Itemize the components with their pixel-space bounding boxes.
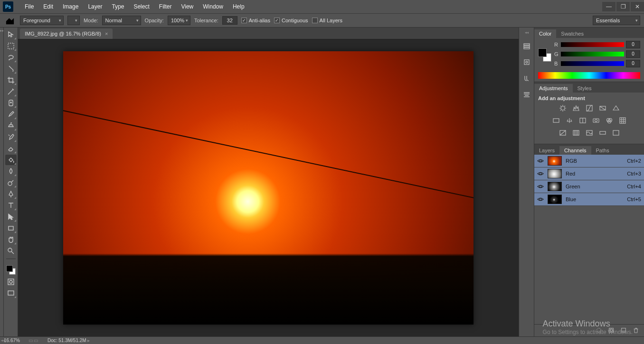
visibility-icon[interactable] <box>537 196 544 203</box>
close-button[interactable]: ✕ <box>631 2 644 11</box>
r-value[interactable]: 0 <box>626 41 640 48</box>
dodge-tool[interactable] <box>5 177 17 188</box>
path-selection-tool[interactable] <box>5 212 17 222</box>
channel-mixer-icon[interactable] <box>605 116 614 125</box>
paint-bucket-tool[interactable] <box>5 155 17 165</box>
menu-filter[interactable]: Filter <box>154 1 177 12</box>
r-slider[interactable] <box>561 42 624 47</box>
minimize-button[interactable]: — <box>602 2 616 11</box>
crop-tool[interactable] <box>5 75 17 85</box>
load-selection-icon[interactable] <box>596 327 602 335</box>
workspace-dropdown[interactable]: Essentials <box>593 16 640 25</box>
screen-mode-toggle[interactable] <box>5 288 17 298</box>
hue-sat-icon[interactable] <box>552 116 560 125</box>
menu-type[interactable]: Type <box>107 1 129 12</box>
tab-layers[interactable]: Layers <box>534 146 559 155</box>
quick-selection-tool[interactable] <box>5 64 17 74</box>
all-layers-checkbox[interactable]: All Layers <box>312 18 342 23</box>
b-slider[interactable] <box>561 61 624 66</box>
pen-tool[interactable] <box>5 189 17 199</box>
hand-tool[interactable] <box>5 234 17 245</box>
rectangle-tool[interactable] <box>5 223 17 233</box>
g-value[interactable]: 0 <box>626 50 640 58</box>
color-swatch[interactable] <box>538 48 551 62</box>
clone-stamp-tool[interactable] <box>5 121 17 131</box>
posterize-icon[interactable] <box>572 129 580 137</box>
eraser-tool[interactable] <box>5 143 17 154</box>
tab-color[interactable]: Color <box>534 29 556 38</box>
brush-tool[interactable] <box>5 109 17 120</box>
vibrance-icon[interactable] <box>612 104 620 112</box>
history-brush-tool[interactable] <box>5 132 17 142</box>
lasso-tool[interactable] <box>5 52 17 63</box>
maximize-button[interactable]: ❐ <box>616 2 630 11</box>
tab-adjustments[interactable]: Adjustments <box>534 84 573 93</box>
menu-window[interactable]: Window <box>198 1 228 12</box>
channel-row-rgb[interactable]: RGB Ctrl+2 <box>534 155 644 167</box>
marquee-tool[interactable] <box>5 41 17 51</box>
active-tool-icon[interactable] <box>4 15 16 26</box>
foreground-background-colors[interactable] <box>5 264 17 276</box>
visibility-icon[interactable] <box>537 170 544 177</box>
blur-tool[interactable] <box>5 166 17 177</box>
tolerance-input[interactable] <box>222 16 237 25</box>
tab-channels[interactable]: Channels <box>559 146 591 155</box>
menu-layer[interactable]: Layer <box>83 1 107 12</box>
menu-view[interactable]: View <box>176 1 198 12</box>
invert-icon[interactable] <box>559 129 567 137</box>
photo-filter-icon[interactable] <box>592 116 600 125</box>
gradient-map-icon[interactable] <box>598 129 607 137</box>
color-balance-icon[interactable] <box>565 116 574 125</box>
type-tool[interactable] <box>5 200 17 211</box>
channel-row-blue[interactable]: Blue Ctrl+5 <box>534 193 644 206</box>
threshold-icon[interactable] <box>585 129 594 137</box>
color-spectrum[interactable] <box>538 72 640 79</box>
menu-image[interactable]: Image <box>58 1 83 12</box>
g-slider[interactable] <box>561 52 624 56</box>
tool-gutter[interactable]: ▸▸ <box>0 28 4 336</box>
menu-file[interactable]: File <box>20 1 38 12</box>
quick-mask-toggle[interactable] <box>5 277 17 287</box>
delete-channel-icon[interactable] <box>633 327 639 335</box>
black-white-icon[interactable] <box>578 116 587 125</box>
dock-expand-arrows[interactable]: ◂◂ <box>525 30 529 35</box>
close-tab-icon[interactable]: × <box>105 31 108 37</box>
visibility-icon[interactable] <box>537 158 544 164</box>
zoom-level[interactable]: 16.67% <box>4 338 20 343</box>
properties-panel-icon[interactable] <box>521 57 532 67</box>
tab-styles[interactable]: Styles <box>573 84 597 93</box>
channel-row-green[interactable]: Green Ctrl+4 <box>534 180 644 193</box>
zoom-tool[interactable] <box>5 246 17 256</box>
fill-source-dropdown[interactable]: Foreground <box>20 16 64 25</box>
levels-icon[interactable] <box>572 104 580 112</box>
contiguous-checkbox[interactable]: ✓Contiguous <box>274 18 308 23</box>
canvas-viewport[interactable] <box>18 39 519 336</box>
exposure-icon[interactable] <box>598 104 607 112</box>
tab-swatches[interactable]: Swatches <box>556 29 588 38</box>
brightness-contrast-icon[interactable] <box>559 104 567 112</box>
selective-color-icon[interactable] <box>612 129 620 137</box>
menu-select[interactable]: Select <box>129 1 154 12</box>
b-value[interactable]: 0 <box>626 60 640 67</box>
new-channel-icon[interactable] <box>620 327 627 335</box>
color-lookup-icon[interactable] <box>618 116 627 125</box>
visibility-icon[interactable] <box>537 183 544 190</box>
channel-row-red[interactable]: Red Ctrl+3 <box>534 167 644 180</box>
mode-dropdown[interactable]: Normal <box>102 16 141 25</box>
menu-help[interactable]: Help <box>228 1 249 12</box>
view-toggles[interactable]: ▭▭ <box>28 338 39 343</box>
character-panel-icon[interactable] <box>521 74 532 83</box>
save-selection-icon[interactable] <box>608 327 615 335</box>
eyedropper-tool[interactable] <box>5 86 17 97</box>
curves-icon[interactable] <box>585 104 594 112</box>
opacity-dropdown[interactable]: 100% <box>168 16 190 25</box>
paragraph-panel-icon[interactable] <box>521 90 532 99</box>
anti-alias-checkbox[interactable]: ✓Anti-alias <box>241 18 270 23</box>
menu-edit[interactable]: Edit <box>38 1 58 12</box>
document-tab[interactable]: IMG_8922.jpg @ 16.7% (RGB/8) × <box>20 28 113 39</box>
move-tool[interactable] <box>5 29 17 40</box>
healing-brush-tool[interactable] <box>5 98 17 108</box>
history-panel-icon[interactable] <box>521 41 532 51</box>
doc-info[interactable]: Doc: 51.3M/51.2M <box>47 338 90 343</box>
pattern-picker-dropdown[interactable] <box>67 16 80 25</box>
